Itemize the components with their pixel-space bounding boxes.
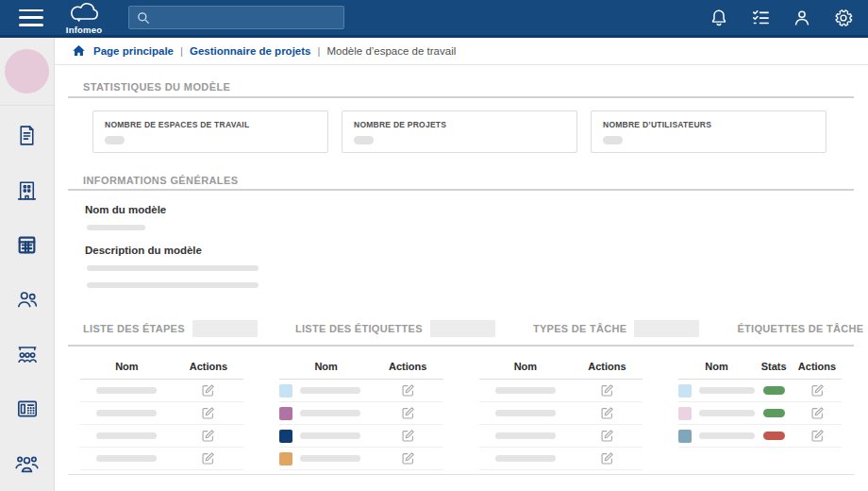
edit-button[interactable] (810, 429, 825, 443)
skeleton-bar (96, 387, 157, 394)
edit-button[interactable] (600, 451, 614, 466)
calculator-icon (15, 233, 39, 257)
meeting-icon (15, 342, 40, 366)
table-row (80, 402, 243, 425)
edit-button[interactable] (600, 383, 614, 398)
stats-cards: NOMBRE DE ESPACES DE TRAVAIL NOMBRE DE P… (92, 110, 826, 153)
edit-button[interactable] (401, 451, 415, 466)
color-swatch (279, 407, 292, 420)
search-input[interactable] (157, 11, 326, 25)
skeleton-bar (87, 265, 259, 271)
breadcrumb-separator: | (180, 45, 183, 57)
table-steps: NomActions (68, 354, 256, 474)
edit-button[interactable] (810, 406, 825, 420)
actions-cell (373, 402, 442, 424)
skeleton-bar (87, 225, 145, 230)
edit-button[interactable] (201, 451, 215, 466)
sidebar-item-team[interactable] (0, 436, 54, 491)
building-icon (15, 178, 39, 202)
name-cell (80, 425, 174, 447)
edit-button[interactable] (600, 406, 614, 420)
avatar[interactable] (5, 49, 49, 93)
sidebar-item-project-manager[interactable] (0, 217, 54, 272)
edit-icon (600, 406, 614, 420)
search-box[interactable] (128, 6, 344, 29)
notifications-button[interactable] (708, 7, 730, 29)
edit-button[interactable] (201, 429, 215, 443)
sidebar-item-meetings[interactable] (0, 327, 54, 381)
table-row (80, 448, 243, 470)
stat-card-label: NOMBRE D’UTILISATEURS (603, 120, 814, 129)
bell-icon (709, 8, 729, 28)
settings-button[interactable] (832, 7, 855, 29)
table-row (479, 448, 643, 470)
hamburger-menu-button[interactable] (19, 9, 43, 26)
name-cell (479, 380, 573, 401)
column-header: Actions (793, 361, 842, 372)
field-label-name: Nom du modèle (85, 204, 166, 215)
document-icon (15, 124, 39, 147)
skeleton-value (105, 136, 125, 144)
info-section-title: INFORMATIONS GÉNÉRALES (83, 175, 238, 186)
table-header-row: NomStatsActions (678, 354, 842, 380)
table-row (279, 402, 442, 425)
breadcrumb-link-main[interactable]: Page principale (93, 45, 174, 57)
actions-cell (373, 380, 442, 401)
table-row (479, 402, 643, 425)
edit-icon (201, 406, 215, 420)
table-row (279, 448, 442, 470)
avatar-section (0, 38, 54, 106)
main-content: STATISTIQUES DU MODÈLE NOMBRE DE ESPACES… (55, 65, 868, 491)
skeleton-bar (300, 432, 360, 439)
skeleton-box (430, 320, 495, 337)
hamburger-icon (19, 9, 43, 12)
color-swatch (678, 430, 692, 443)
edit-icon (401, 429, 415, 443)
actions-cell (572, 448, 642, 469)
table-row (479, 425, 643, 448)
home-button[interactable] (72, 44, 86, 58)
table-row (678, 402, 842, 425)
user-profile-button[interactable] (791, 7, 813, 29)
edit-button[interactable] (201, 383, 215, 398)
skeleton-bar (300, 410, 360, 416)
sidebar-item-fax[interactable] (0, 381, 54, 436)
edit-button[interactable] (401, 383, 415, 398)
color-swatch (279, 384, 292, 398)
edit-icon (201, 429, 215, 443)
edit-button[interactable] (401, 429, 415, 443)
breadcrumb-link-project-manager[interactable]: Gestionnaire de projets (190, 45, 310, 57)
stats-cell (755, 402, 793, 424)
actions-cell (174, 425, 243, 447)
column-header: Nom (479, 361, 573, 372)
users-icon (15, 287, 40, 312)
skeleton-value (354, 136, 374, 144)
sidebar-item-users[interactable] (0, 272, 54, 327)
logo-text: Infomeo (66, 25, 102, 35)
edit-button[interactable] (600, 429, 614, 443)
skeleton-bar (96, 455, 157, 462)
name-cell (279, 380, 373, 401)
sidebar-item-documents[interactable] (0, 108, 54, 162)
name-cell (479, 402, 573, 424)
color-swatch (279, 452, 292, 466)
app-window: Infomeo (0, 0, 868, 491)
skeleton-value (603, 136, 623, 144)
actions-cell (793, 425, 842, 447)
name-cell (678, 402, 755, 424)
tasks-button[interactable] (749, 7, 772, 29)
actions-cell (373, 448, 442, 469)
edit-button[interactable] (401, 406, 415, 420)
actions-cell (793, 402, 842, 424)
topbar-actions (708, 7, 855, 29)
color-swatch (678, 384, 692, 398)
panel-title-label: LISTE DES ÉTAPES (83, 323, 185, 334)
edit-button[interactable] (201, 406, 215, 420)
name-cell (80, 402, 174, 424)
sidebar-item-organization[interactable] (0, 162, 54, 217)
status-pill (763, 409, 785, 417)
field-label-description: Description du modèle (85, 245, 202, 256)
app-logo[interactable]: Infomeo (60, 1, 108, 35)
edit-button[interactable] (810, 383, 825, 398)
actions-cell (174, 448, 243, 469)
